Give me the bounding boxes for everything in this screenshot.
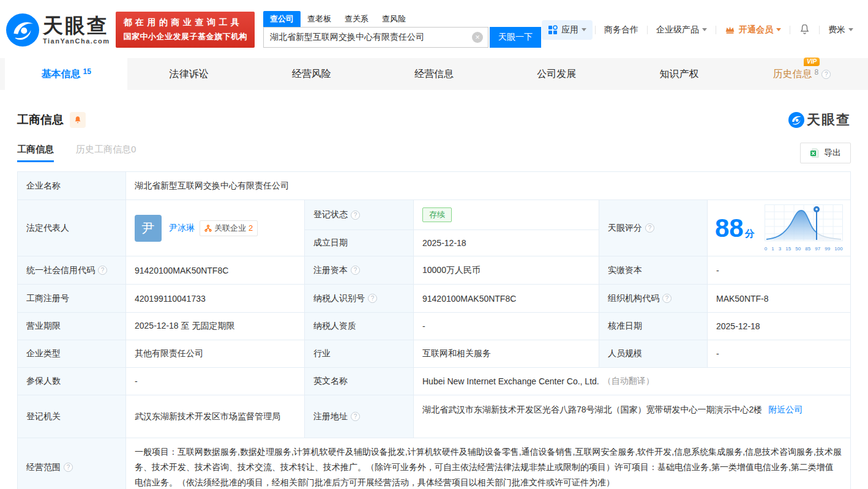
tab-company-development[interactable]: 公司发展 [495,58,618,90]
value-registration-authority: 武汉东湖新技术开发区市场监督管理局 [126,395,305,438]
tab-operating-info[interactable]: 经营信息 [373,58,495,90]
label-business-term: 营业期限 [18,313,126,340]
label-approval-date: 核准日期 [599,313,708,340]
help-icon[interactable]: ? [64,463,73,472]
search-area: 查公司 查老板 查关系 查风险 × 天眼一下 [263,12,541,48]
legal-rep-name-link[interactable]: 尹冰琳 [169,223,195,234]
help-icon[interactable]: ? [662,294,672,303]
nav-user-account[interactable]: 费米 [822,24,859,35]
top-header: 天眼查 TianYanCha.com 都在用的商业查询工具 国家中小企业发展子基… [0,0,868,58]
search-tab-relation[interactable]: 查关系 [338,11,375,27]
divider [716,26,716,34]
search-button[interactable]: 天眼一下 [490,27,541,48]
label-insured-count: 参保人数 [18,368,126,395]
value-registration-status: 存续 [414,200,599,230]
label-credit-code: 统一社会信用代码 ? [18,256,126,284]
monitor-bell-button[interactable] [70,112,86,128]
value-tianyan-score: 88分 [708,200,850,256]
brand-domain: TianYanCha.com [43,37,110,45]
nav-enterprise-label: 企业级产品 [656,24,699,35]
tab-operating-risk[interactable]: 经营风险 [250,58,373,90]
value-company-name: 湖北省新型互联网交换中心有限责任公司 [126,172,850,200]
score-chart-ticks: 0131550859799100 [765,246,843,252]
tab-intellectual-property[interactable]: 知识产权 [618,58,740,90]
label-organization-code: 组织机构代码 ? [599,285,708,312]
divider [819,26,820,34]
nav-cooperation[interactable]: 商务合作 [598,24,645,35]
tianyancha-logo[interactable]: 天眼查 TianYanCha.com [6,13,110,47]
tab-operation-label: 经营信息 [414,68,454,81]
value-taxpayer-quality: - [414,313,599,340]
value-industry: 互联网和相关服务 [414,340,599,367]
label-registered-capital: 注册资本 ? [305,256,414,284]
clear-icon[interactable]: × [472,32,483,43]
value-registered-address: 湖北省武汉市东湖新技术开发区光谷八路78号湖北（国家）宽带研发中心一期演示中心2… [414,395,850,438]
help-icon[interactable]: ? [351,412,360,421]
business-info-table: 企业名称 湖北省新型互联网交换中心有限责任公司 法定代表人 尹 尹冰琳 [17,171,851,489]
divider [790,26,790,34]
label-registration-authority: 登记机关 [18,395,126,438]
value-taxpayer-id: 91420100MAK50NTF8C [414,285,599,312]
search-tab-boss[interactable]: 查老板 [301,11,338,27]
tianyancha-watermark-icon [788,112,804,128]
main-tab-bar: 基本信息 15 法律诉讼 经营风险 经营信息 公司发展 知识产权 VIP 历史信… [0,58,868,90]
search-tab-risk[interactable]: 查风险 [375,11,413,27]
bell-icon [799,23,810,37]
search-tabs: 查公司 查老板 查关系 查风险 [263,12,541,27]
search-input[interactable] [263,27,488,48]
label-taxpayer-id: 纳税人识别号 ? [305,285,414,312]
related-companies-label: 关联企业 [214,223,246,234]
slogan-line-1: 都在用的商业查询工具 [123,17,247,28]
label-taxpayer-quality: 纳税人资质 [305,313,414,340]
help-icon[interactable]: ? [98,266,107,275]
label-paid-in-capital: 实缴资本 [599,256,708,284]
help-icon[interactable]: ? [368,294,377,303]
tab-history-info[interactable]: VIP 历史信息 8 ? [741,58,863,90]
top-nav: 应用 商务合作 企业级产品 开通会员 [542,20,859,40]
nearby-companies-link[interactable]: 附近公司 [768,405,803,414]
bell-icon [73,116,82,124]
value-business-scope: 一般项目：互联网数据服务,数据处理服务,计算机软硬件及辅助设备批发,计算机软硬件… [126,438,850,489]
nav-apps[interactable]: 应用 [542,20,593,40]
value-english-name: Hubei New Internet Exchange Center Co., … [414,368,850,395]
value-registration-number: 420199110041733 [126,285,305,312]
nav-enterprise-products[interactable]: 企业级产品 [650,24,713,35]
vip-badge: VIP [804,58,820,66]
chevron-down-icon [848,28,853,31]
subtab-history-business-info[interactable]: 历史工商信息0 [76,144,136,162]
tab-legal-proceedings[interactable]: 法律诉讼 [127,58,250,90]
tab-history-label: 历史信息 [773,68,812,81]
export-button[interactable]: 导出 [800,143,851,163]
tab-basic-label: 基本信息 [41,68,80,81]
sub-tab-bar: 工商信息 历史工商信息0 导出 [17,143,851,163]
crown-icon [725,24,735,35]
export-label: 导出 [824,147,841,159]
label-company-name: 企业名称 [18,172,126,200]
legal-rep-avatar[interactable]: 尹 [135,215,162,242]
main-content: 工商信息 天眼查 工商信息 历史工商信息0 导出 [0,111,868,489]
apps-grid-icon [548,25,558,35]
tab-basic-info[interactable]: 基本信息 15 [5,58,127,90]
value-approval-date: 2025-12-18 [708,313,850,340]
help-icon[interactable]: ? [351,266,360,275]
nav-apps-label: 应用 [561,24,578,35]
related-companies-badge[interactable]: 关联企业 2 [200,220,258,236]
nav-vip-label: 开通会员 [739,24,773,35]
help-icon[interactable]: ? [645,223,654,233]
org-chart-icon [204,225,212,232]
subtab-business-info[interactable]: 工商信息 [17,144,54,162]
notification-bell[interactable] [793,23,817,37]
brand-name: 天眼查 [43,15,110,35]
value-establish-date: 2025-12-18 [414,230,599,256]
value-business-term: 2025-12-18 至 无固定期限 [126,313,305,340]
watermark-brand-text: 天眼查 [807,111,851,129]
value-staff-size: - [708,340,850,367]
help-icon[interactable]: ? [821,70,831,79]
label-company-type: 企业类型 [18,340,126,367]
search-tab-company[interactable]: 查公司 [263,11,301,27]
help-icon[interactable]: ? [351,211,360,220]
value-organization-code: MAK50NTF-8 [708,285,850,312]
nav-open-vip[interactable]: 开通会员 [719,24,787,35]
slogan-line-2: 国家中小企业发展子基金旗下机构 [123,31,247,42]
tab-ip-label: 知识产权 [660,68,699,81]
